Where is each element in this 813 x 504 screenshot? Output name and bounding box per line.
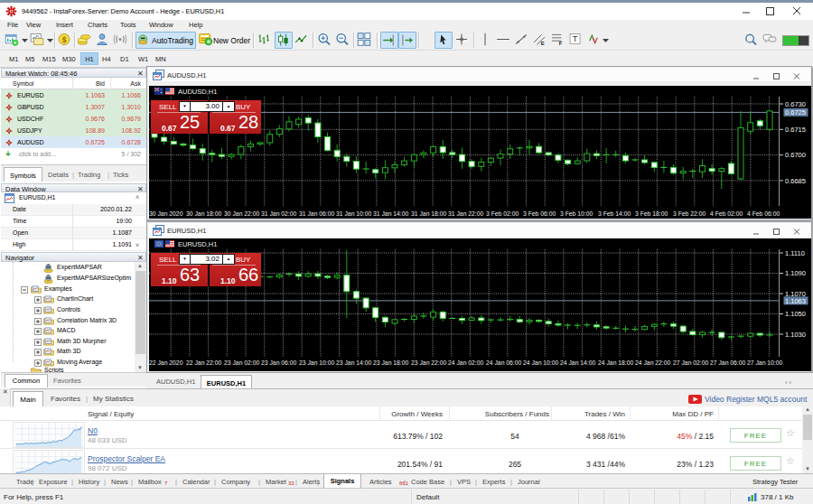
svg-text:3 Feb 06:00: 3 Feb 06:00 [523, 210, 556, 217]
svg-text:3 Feb 14:00: 3 Feb 14:00 [598, 210, 631, 217]
svg-text:23 Jan 02:00: 23 Jan 02:00 [224, 359, 260, 366]
svg-text:F: F [559, 41, 563, 46]
svg-text:1.1050: 1.1050 [785, 310, 806, 318]
svg-text:24 Jan 02:00: 24 Jan 02:00 [448, 359, 484, 366]
svg-text:1.1110: 1.1110 [785, 249, 805, 257]
svg-text:22 Jan 22:00: 22 Jan 22:00 [186, 359, 222, 366]
svg-text:1.1030: 1.1030 [785, 331, 806, 339]
svg-text:$: $ [62, 35, 67, 44]
svg-text:30 Jan 18:00: 30 Jan 18:00 [186, 210, 222, 217]
svg-text:31 Jan 10:00: 31 Jan 10:00 [336, 210, 372, 217]
svg-text:22 Jan 2020: 22 Jan 2020 [149, 359, 183, 366]
svg-text:T: T [573, 34, 578, 43]
svg-text:E: E [541, 41, 545, 46]
svg-text:30 Jan 22:00: 30 Jan 22:00 [224, 210, 260, 217]
svg-text:0.6730: 0.6730 [785, 100, 806, 108]
svg-text:3 Feb 10:00: 3 Feb 10:00 [560, 210, 593, 217]
svg-text:23 Jan 22:00: 23 Jan 22:00 [411, 359, 447, 366]
svg-text:3 Feb 18:00: 3 Feb 18:00 [635, 210, 668, 217]
svg-text:24 Jan 10:00: 24 Jan 10:00 [523, 359, 559, 366]
svg-text:3 Feb 22:00: 3 Feb 22:00 [673, 210, 706, 217]
svg-text:27 Jan 10:00: 27 Jan 10:00 [747, 359, 783, 366]
svg-text:0.6725: 0.6725 [785, 108, 806, 117]
svg-text:23 Jan 06:00: 23 Jan 06:00 [261, 359, 297, 366]
svg-text:24 Jan 06:00: 24 Jan 06:00 [486, 359, 522, 366]
svg-text:23 Jan 18:00: 23 Jan 18:00 [373, 359, 409, 366]
svg-text:24 Jan 14:00: 24 Jan 14:00 [560, 359, 596, 366]
svg-text:23 Jan 10:00: 23 Jan 10:00 [299, 359, 335, 366]
svg-text:31 Jan 02:00: 31 Jan 02:00 [261, 210, 297, 217]
svg-text:0.6685: 0.6685 [785, 177, 806, 185]
svg-text:31 Jan 14:00: 31 Jan 14:00 [373, 210, 409, 217]
svg-text:1.1063: 1.1063 [785, 297, 806, 305]
svg-text:1.1090: 1.1090 [785, 269, 806, 277]
svg-text:24 Jan 18:00: 24 Jan 18:00 [598, 359, 634, 366]
svg-text:30 Jan 2020: 30 Jan 2020 [149, 210, 183, 217]
svg-text:27 Jan 02:00: 27 Jan 02:00 [673, 359, 709, 366]
svg-text:23 Jan 14:00: 23 Jan 14:00 [336, 359, 372, 366]
svg-text:0.6700: 0.6700 [785, 151, 806, 159]
svg-text:3 Feb 02:00: 3 Feb 02:00 [486, 210, 519, 217]
svg-text:31 Jan 22:00: 31 Jan 22:00 [448, 210, 484, 217]
svg-text:27 Jan 06:00: 27 Jan 06:00 [710, 359, 746, 366]
svg-text:31 Jan 06:00: 31 Jan 06:00 [299, 210, 335, 217]
svg-text:4 Feb 02:00: 4 Feb 02:00 [710, 210, 743, 217]
svg-text:4 Feb 06:00: 4 Feb 06:00 [747, 210, 780, 217]
svg-text:31 Jan 18:00: 31 Jan 18:00 [411, 210, 447, 217]
svg-text:0.6715: 0.6715 [785, 126, 806, 134]
svg-text:24 Jan 22:00: 24 Jan 22:00 [635, 359, 671, 366]
